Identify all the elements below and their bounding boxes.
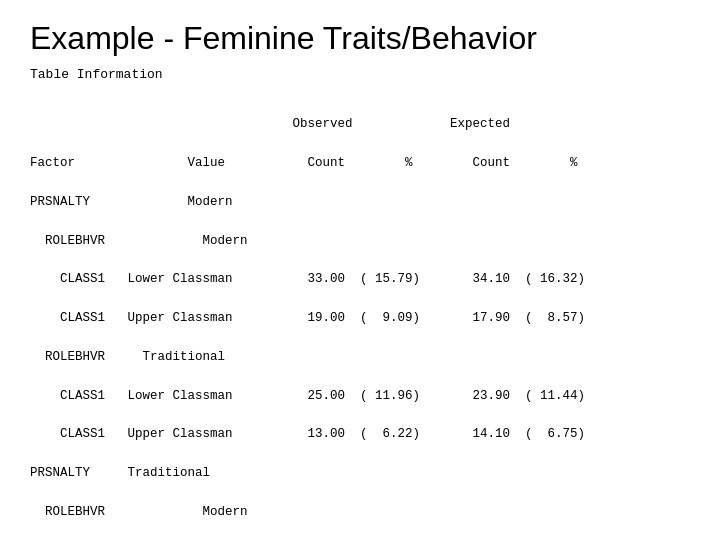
table-subtitle: Table Information xyxy=(30,67,690,82)
row-class1-upper-2: CLASS1 Upper Classman 13.00 ( 6.22) 14.1… xyxy=(30,427,585,441)
header-observed-label: Observed Expected xyxy=(30,117,510,131)
row-rolebhvr-modern-2: ROLEBHVR Modern xyxy=(30,505,248,519)
row-rolebhvr-trad-1: ROLEBHVR Traditional xyxy=(30,350,225,364)
page-title: Example - Feminine Traits/Behavior xyxy=(30,20,690,57)
data-table: Observed Expected Factor Value Count % C… xyxy=(30,96,690,540)
row-prsnalty-trad: PRSNALTY Traditional xyxy=(30,466,210,480)
row-class1-lower-2: CLASS1 Lower Classman 25.00 ( 11.96) 23.… xyxy=(30,389,585,403)
header-columns-label: Factor Value Count % Count % xyxy=(30,156,578,170)
row-class1-lower-1: CLASS1 Lower Classman 33.00 ( 15.79) 34.… xyxy=(30,272,585,286)
row-prsnalty-modern: PRSNALTY Modern xyxy=(30,195,233,209)
row-class1-upper-1: CLASS1 Upper Classman 19.00 ( 9.09) 17.9… xyxy=(30,311,585,325)
row-rolebhvr-modern: ROLEBHVR Modern xyxy=(30,234,248,248)
